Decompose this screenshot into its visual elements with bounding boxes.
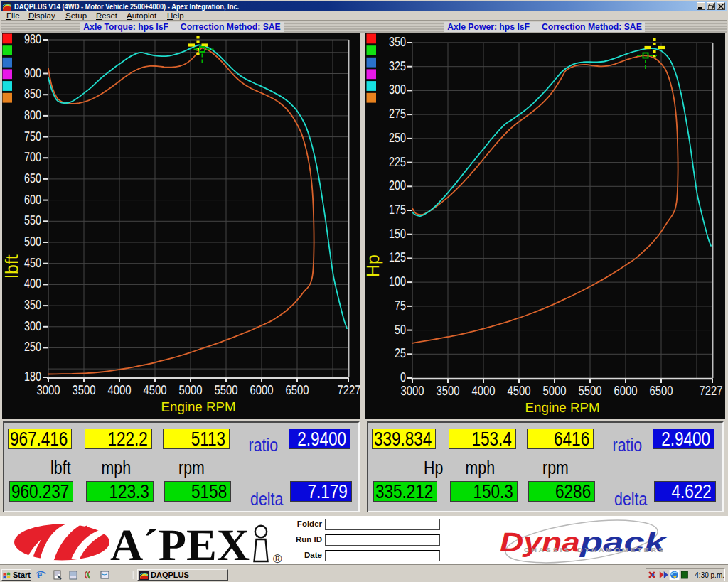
- svg-text:300: 300: [24, 318, 41, 333]
- svg-text:e: e: [37, 569, 42, 581]
- svg-text:4500: 4500: [508, 383, 531, 398]
- svg-text:250: 250: [389, 130, 406, 145]
- svg-text:6500: 6500: [650, 383, 673, 398]
- svg-text:250: 250: [24, 339, 41, 354]
- svg-text:300: 300: [389, 82, 406, 97]
- svg-text:550: 550: [24, 212, 41, 227]
- svg-text:850: 850: [24, 86, 41, 101]
- svg-text:4000: 4000: [472, 383, 496, 398]
- svg-text:5500: 5500: [579, 383, 602, 398]
- svg-text:500: 500: [24, 234, 41, 249]
- svg-text:A´PEX: A´PEX: [110, 520, 250, 568]
- svg-text:150: 150: [389, 226, 406, 241]
- svg-text:275: 275: [389, 106, 406, 121]
- svg-text:350: 350: [389, 34, 406, 49]
- svg-text:175: 175: [389, 202, 406, 217]
- svg-text:6500: 6500: [286, 382, 309, 397]
- svg-text:600: 600: [24, 192, 41, 207]
- svg-text:125: 125: [389, 249, 406, 264]
- svg-text:50: 50: [395, 322, 406, 337]
- svg-text:650: 650: [24, 171, 41, 185]
- svg-text:3500: 3500: [73, 382, 96, 397]
- svg-text:325: 325: [389, 58, 406, 73]
- svg-text:5000: 5000: [543, 383, 567, 398]
- svg-text:225: 225: [389, 154, 406, 169]
- svg-text:6000: 6000: [614, 383, 638, 398]
- svg-text:Engine RPM: Engine RPM: [525, 401, 600, 416]
- svg-text:700: 700: [24, 149, 41, 164]
- svg-text:3000: 3000: [401, 383, 424, 398]
- svg-text:100: 100: [389, 274, 406, 289]
- svg-text:900: 900: [24, 65, 41, 80]
- svg-text:75: 75: [395, 298, 406, 313]
- svg-text:750: 750: [24, 129, 41, 144]
- svg-text:180: 180: [24, 369, 41, 384]
- svg-text:450: 450: [24, 255, 41, 270]
- svg-text:3000: 3000: [37, 382, 60, 397]
- svg-text:350: 350: [24, 297, 41, 312]
- svg-text:800: 800: [24, 107, 41, 122]
- svg-text:4500: 4500: [144, 382, 167, 397]
- svg-text:5000: 5000: [179, 382, 203, 397]
- svg-text:lbft: lbft: [2, 254, 22, 278]
- svg-text:0: 0: [400, 370, 406, 384]
- svg-text:5500: 5500: [215, 382, 238, 397]
- svg-text:25: 25: [395, 345, 406, 360]
- svg-text:980: 980: [24, 31, 41, 46]
- svg-text:C H A S S I S D Y N A M O M: C H A S S I S D Y N A M O M E T E R S: [524, 546, 663, 554]
- svg-text:7227: 7227: [338, 382, 361, 397]
- svg-text:200: 200: [389, 178, 406, 193]
- svg-text:7227: 7227: [700, 383, 723, 398]
- svg-text:6000: 6000: [250, 382, 274, 397]
- svg-text:3500: 3500: [437, 383, 460, 398]
- svg-text:400: 400: [24, 276, 41, 291]
- svg-text:Engine RPM: Engine RPM: [161, 400, 236, 415]
- svg-text:4000: 4000: [108, 382, 132, 397]
- svg-text:Hp: Hp: [363, 254, 383, 277]
